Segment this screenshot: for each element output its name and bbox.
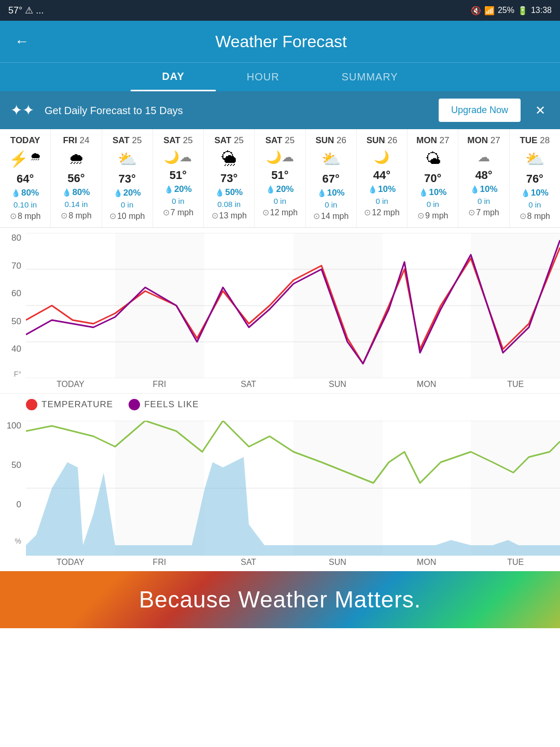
precip-pct-mon-n: 10%	[480, 184, 498, 195]
back-button[interactable]: ←	[10, 29, 33, 54]
low-temp-mon: 48°	[475, 169, 492, 182]
y-label-50: 50	[11, 316, 21, 327]
wind-val-fri: 8 mph	[68, 211, 91, 220]
precip-amt-sat-n: 0 in	[172, 197, 184, 205]
forecast-mon-day[interactable]: MON 27 🌤 70° 💧 10% 0 in ⊙ 9 mph	[408, 129, 458, 227]
tab-day[interactable]: DAY	[131, 63, 215, 91]
upgrade-banner: ✦✦ Get Daily Forecast to 15 Days Upgrade…	[0, 91, 560, 129]
upgrade-now-button[interactable]: Upgrade Now	[439, 99, 521, 122]
forecast-sun-day[interactable]: SUN 26 ⛅ 67° 💧 10% 0 in ⊙ 14 mph	[306, 129, 357, 227]
close-banner-button[interactable]: ✕	[531, 99, 550, 122]
high-temp-today: 64°	[17, 172, 34, 186]
precip-x-mon: MON	[382, 558, 471, 567]
status-bar: 57° ⚠ ... 🔇 📶 25% 🔋 13:38	[0, 0, 560, 21]
forecast-mon-night[interactable]: MON 27 ☁ 48° 💧 10% 0 in ⊙ 7 mph	[458, 129, 509, 227]
wind-icon-sun: ⊙	[313, 211, 320, 221]
legend-temperature: TEMPERATURE	[26, 399, 113, 410]
precip-amt-sat-n2: 0 in	[274, 197, 286, 205]
precip-y-0: 0	[17, 500, 21, 510]
wind-icon-today: ⊙	[10, 211, 17, 221]
legend-label-feels: FEELS LIKE	[144, 399, 199, 410]
tab-summary[interactable]: SUMMARY	[311, 63, 429, 91]
temp-chart-svg	[26, 233, 560, 378]
bottom-banner: Because Weather Matters.	[0, 571, 560, 628]
day-icon-mon: 🌤	[425, 150, 441, 168]
forecast-sun-night[interactable]: SUN 26 🌙 44° 💧 10% 0 in ⊙ 12 mph	[357, 129, 408, 227]
forecast-today[interactable]: TODAY ⚡ 🌧 64° 💧 80% 0.10 in ⊙ 8 mph	[0, 129, 51, 227]
forecast-sat-day[interactable]: SAT 25 ⛅ 73° 💧 20% 0 in ⊙ 10 mph	[102, 129, 153, 227]
upgrade-text: Get Daily Forecast to 15 Days	[45, 104, 428, 117]
y-label-40: 40	[11, 344, 21, 354]
status-info: 57° ⚠ ...	[8, 5, 44, 16]
x-label-tue: TUE	[471, 380, 560, 389]
day-label-sat: SAT 25	[113, 135, 142, 146]
precip-x-tue: TUE	[471, 558, 560, 567]
high-temp-sat-r: 73°	[220, 172, 237, 185]
svg-rect-5	[115, 233, 204, 378]
temp-x-labels: TODAY FRI SAT SUN MON TUE	[26, 380, 560, 389]
forecast-sat-night[interactable]: SAT 25 🌙☁ 51° 💧 20% 0 in ⊙ 7 mph	[153, 129, 204, 227]
mute-icon: 🔇	[471, 6, 481, 16]
day-label-sun-n: SUN 26	[367, 135, 398, 146]
low-temp-sat: 51°	[170, 169, 187, 182]
battery-icon: 🔋	[517, 6, 528, 16]
y-unit-f: F°	[14, 370, 21, 378]
wind-icon-mon-n: ⊙	[468, 208, 475, 217]
precip-x-fri: FRI	[115, 558, 204, 567]
day-label-mon-n: MON 27	[467, 135, 500, 146]
temp-chart-container: 80 70 60 50 40 F° TODAY FRI SAT SUN MON …	[0, 228, 560, 394]
precip-pct-sat-n: 20%	[174, 184, 192, 195]
high-temp-mon: 70°	[424, 172, 441, 185]
day-label-sat-n2: SAT 25	[265, 135, 295, 146]
status-right: 🔇 📶 25% 🔋 13:38	[471, 6, 552, 16]
day-icon-fri: 🌧	[68, 150, 84, 168]
day-icon-tue: ⛅	[525, 150, 544, 168]
day-icon-sat: ⛅	[118, 150, 137, 168]
x-label-today: TODAY	[26, 380, 115, 389]
precip-amt-mon-n: 0 in	[478, 197, 490, 205]
wind-icon-sat-n2: ⊙	[262, 208, 269, 217]
app-bar: ← Weather Forecast	[0, 21, 560, 62]
legend-feels-like: FEELS LIKE	[129, 399, 199, 410]
legend-label-temp: TEMPERATURE	[41, 399, 113, 410]
low-temp-sun: 44°	[373, 169, 390, 182]
tab-hour[interactable]: HOUR	[216, 63, 311, 91]
wind-val-today: 8 mph	[18, 212, 40, 221]
forecast-fri[interactable]: FRI 24 🌧 56° 💧 80% 0.14 in ⊙ 8 mph	[51, 129, 102, 227]
bottom-tagline: Because Weather Matters.	[139, 587, 421, 613]
signal-icon: 📶	[484, 6, 495, 16]
forecast-tue[interactable]: TUE 28 ⛅ 76° 💧 10% 0 in ⊙ 8 mph	[510, 129, 560, 227]
precip-pct-mon: 10%	[429, 187, 446, 198]
wind-icon-sat: ⊙	[109, 211, 116, 221]
precip-pct-fri: 80%	[72, 187, 90, 198]
precip-x-today: TODAY	[26, 558, 115, 567]
precip-pct-sun-n: 10%	[378, 184, 396, 195]
precip-chart-svg	[26, 421, 560, 556]
wind-val-sun-n: 12 mph	[372, 208, 399, 217]
legend-row: TEMPERATURE FEELS LIKE	[0, 394, 560, 416]
wind-icon-sun-n: ⊙	[364, 208, 371, 217]
forecast-sat-night2[interactable]: SAT 25 🌙☁ 51° 💧 20% 0 in ⊙ 12 mph	[255, 129, 305, 227]
night-icon-sat: 🌙☁	[164, 150, 192, 164]
precip-pct-sat: 20%	[123, 188, 141, 198]
precip-x-sat: SAT	[204, 558, 293, 567]
sparkle-icon: ✦✦	[10, 102, 34, 119]
svg-rect-11	[115, 421, 204, 556]
x-label-sat: SAT	[204, 380, 293, 389]
precip-chart-container: 100 50 0 % TODAY FRI SAT SUN MON TUE	[0, 416, 560, 571]
wind-val-sun: 14 mph	[321, 212, 348, 221]
day-label-mon: MON 27	[416, 135, 449, 146]
forecast-sat-rain[interactable]: SAT 25 🌦 73° 💧 50% 0.08 in ⊙ 13 mph	[204, 129, 255, 227]
high-temp-sat: 73°	[119, 172, 136, 186]
day-icon-today2: 🌧	[30, 150, 41, 168]
precip-x-labels: TODAY FRI SAT SUN MON TUE	[26, 558, 560, 567]
day-label-today: TODAY	[10, 135, 40, 146]
precip-amt-today: 0.10 in	[13, 200, 37, 209]
day-label-fri: FRI 24	[63, 135, 89, 146]
wind-val-sat-r: 13 mph	[219, 211, 247, 220]
day-label-sat-r: SAT 25	[215, 135, 244, 146]
day-icon-today: ⚡	[9, 150, 28, 168]
precip-amt-sat: 0 in	[121, 200, 133, 209]
x-label-sun: SUN	[293, 380, 382, 389]
y-label-80: 80	[11, 233, 21, 243]
